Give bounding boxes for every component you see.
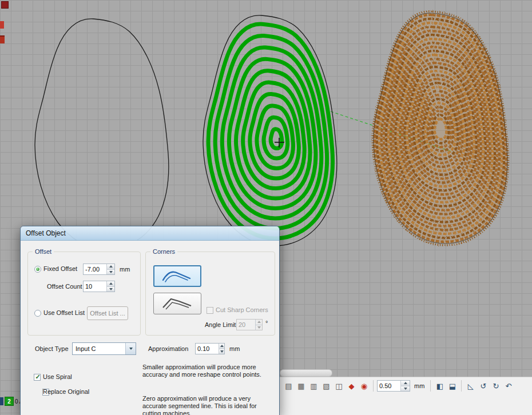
stitch-texture <box>372 11 508 245</box>
fixed-offset-stepper[interactable] <box>83 264 115 275</box>
color-chip <box>0 397 3 405</box>
use-spiral-checkbox[interactable] <box>34 374 41 381</box>
fixed-offset-unit: mm <box>120 266 130 273</box>
sharp-corners-icon <box>160 296 194 312</box>
spin-up-button[interactable] <box>256 320 262 325</box>
rotate-ccw-icon[interactable]: ↺ <box>478 381 489 392</box>
dialog-title: Offset Object <box>26 229 66 237</box>
fixed-offset-radio[interactable] <box>34 266 41 273</box>
stitch-length-unit: mm <box>414 382 424 389</box>
slope-graph-icon[interactable]: ▧ <box>321 381 332 392</box>
mirror-horizontal-icon[interactable]: ◧ <box>434 381 445 392</box>
docked-tool-icon[interactable] <box>1 1 9 9</box>
angle-limit-stepper[interactable] <box>236 319 263 330</box>
cut-sharp-corners-checkbox[interactable] <box>207 307 213 314</box>
start-end-icon[interactable]: ◉ <box>359 381 370 392</box>
toolbar-separator <box>430 380 431 392</box>
bottom-toolbar: ▤ ▦ ▥ ▧ ◫ ◆ ◉ mm ◧ ⬓ ◺ ↺ ↻ ↶ <box>279 377 532 415</box>
approximation-stepper[interactable] <box>195 343 225 354</box>
spin-down-button[interactable] <box>107 287 114 292</box>
fixed-offset-label: Fixed Offset <box>43 265 77 272</box>
offset-object-dialog: Offset Object Offset Fixed Offset mm Off… <box>20 226 280 415</box>
toolbar-separator <box>373 380 374 392</box>
sharp-corners-button[interactable] <box>153 293 201 314</box>
cut-sharp-corners-label: Cut Sharp Corners <box>216 306 268 313</box>
spin-down-button[interactable] <box>401 386 410 392</box>
stitch-fill-shape[interactable] <box>372 11 508 245</box>
overlap-icon[interactable]: ◫ <box>334 381 344 392</box>
stitch-length-input[interactable] <box>378 381 400 391</box>
spin-down-button[interactable] <box>107 270 114 275</box>
stitch-list-icon[interactable]: ▤ <box>283 381 294 392</box>
offset-count-label: Offset Count <box>47 283 82 290</box>
approximation-input[interactable] <box>196 344 219 354</box>
spin-down-button[interactable] <box>256 325 262 330</box>
fixed-offset-input[interactable] <box>84 264 106 274</box>
horizontal-scrollbar-thumb[interactable] <box>280 369 332 377</box>
approximation-label: Approximation <box>148 345 188 352</box>
round-corners-button[interactable] <box>153 265 201 287</box>
corners-group: Corners Cut Sharp Corners Angle Limit <box>145 252 275 336</box>
column-graph-icon[interactable]: ▥ <box>308 381 319 392</box>
undo-icon[interactable]: ↶ <box>503 381 514 392</box>
angle-limit-label: Angle Limit <box>205 321 236 328</box>
use-offset-list-label: Use Offset List <box>43 309 85 316</box>
offset-group: Offset Fixed Offset mm Offset Count Use … <box>27 252 141 336</box>
spin-up-button[interactable] <box>401 381 410 386</box>
offset-spiral-shape[interactable] <box>203 15 337 246</box>
approximation-unit: mm <box>229 345 240 352</box>
approximation-note: Smaller approximation will produce more … <box>142 364 273 378</box>
dialog-body: Offset Fixed Offset mm Offset Count Use … <box>21 241 279 415</box>
angle-limit-input[interactable] <box>237 320 255 330</box>
spin-up-button[interactable] <box>219 344 224 349</box>
use-offset-list-radio[interactable] <box>34 310 41 317</box>
use-spiral-label: Use Spiral <box>43 373 72 380</box>
replace-original-label: Replace Original <box>43 388 89 395</box>
zero-approximation-note: Zero approximation will produce a very a… <box>142 395 273 415</box>
round-corners-icon <box>160 268 194 284</box>
offset-group-label: Offset <box>33 248 54 255</box>
corners-group-label: Corners <box>150 248 177 255</box>
outline-shape[interactable] <box>35 19 169 249</box>
rotate-cw-icon[interactable]: ↻ <box>490 381 501 392</box>
spin-up-button[interactable] <box>107 281 114 287</box>
selected-count-badge: 2 <box>5 397 14 406</box>
offset-count-input[interactable] <box>84 281 106 292</box>
offset-list-button[interactable]: Offset List ... <box>87 306 128 320</box>
docked-tool-icon[interactable] <box>0 35 5 43</box>
spin-down-button[interactable] <box>219 349 224 354</box>
skew-icon[interactable]: ◺ <box>465 381 476 392</box>
chevron-down-icon[interactable] <box>125 343 136 354</box>
marker-icon[interactable]: ◆ <box>346 381 357 392</box>
object-type-dropdown[interactable]: Input C <box>72 342 136 355</box>
offset-count-stepper[interactable] <box>83 281 115 292</box>
spin-up-button[interactable] <box>107 264 114 270</box>
docked-tool-icon[interactable] <box>0 21 4 29</box>
mirror-vertical-icon[interactable]: ⬓ <box>447 381 458 392</box>
stitch-length-stepper[interactable] <box>377 380 410 392</box>
object-type-value: Input C <box>73 345 125 352</box>
density-grid-icon[interactable]: ▦ <box>296 381 307 392</box>
dialog-titlebar[interactable]: Offset Object <box>21 226 279 241</box>
angle-limit-unit: ° <box>265 320 268 326</box>
toolbar-separator <box>461 380 462 392</box>
object-type-label: Object Type <box>35 345 69 352</box>
